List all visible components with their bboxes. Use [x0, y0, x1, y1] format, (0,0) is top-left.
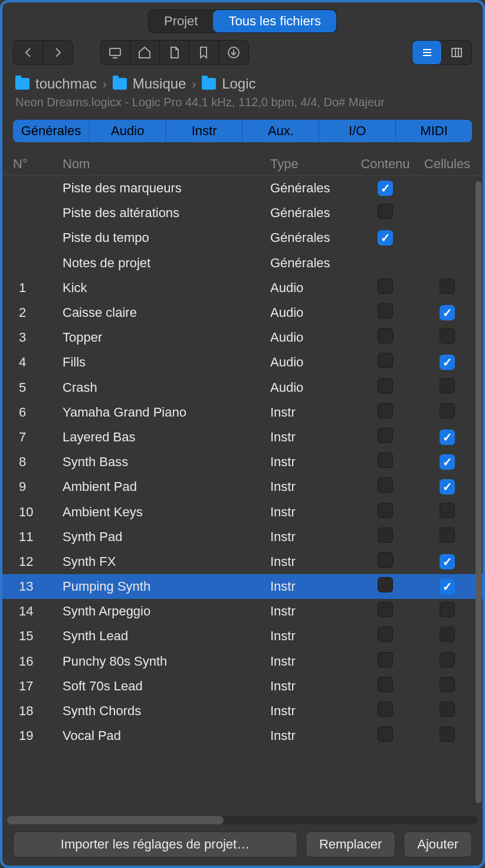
table-row[interactable]: 2Caisse claireAudio	[2, 300, 483, 325]
checkbox[interactable]	[378, 652, 393, 667]
table-row[interactable]: 18Synth ChordsInstr	[2, 699, 483, 723]
table-row[interactable]: 8Synth BassInstr	[2, 450, 483, 474]
table-row[interactable]: 14Synth ArpeggioInstr	[2, 599, 483, 624]
table-row[interactable]: 15Synth LeadInstr	[2, 624, 483, 648]
filter-instr[interactable]: Instr	[166, 120, 243, 142]
col-header-type[interactable]: Type	[270, 156, 353, 172]
checkbox[interactable]	[378, 353, 393, 368]
replace-button[interactable]: Remplacer	[306, 831, 395, 857]
location-home-button[interactable]	[130, 41, 160, 64]
breadcrumb-part[interactable]: Logic	[222, 76, 255, 92]
checkbox[interactable]	[440, 602, 455, 617]
checkbox[interactable]	[378, 602, 393, 617]
checkbox[interactable]	[440, 726, 455, 742]
checkbox[interactable]	[378, 453, 393, 468]
table-row[interactable]: 19Vocal PadInstr	[2, 723, 483, 748]
checkbox[interactable]	[440, 627, 455, 642]
checkbox[interactable]	[440, 355, 455, 370]
table-row[interactable]: 1KickAudio	[2, 276, 483, 300]
checkbox[interactable]	[378, 328, 393, 343]
checkbox[interactable]	[378, 577, 393, 592]
checkbox[interactable]	[378, 677, 393, 692]
filter-io[interactable]: I/O	[319, 120, 396, 142]
checkbox[interactable]	[440, 579, 455, 594]
checkbox[interactable]	[378, 552, 393, 568]
table-row[interactable]: 7Layered BasInstr	[2, 425, 483, 450]
col-header-num[interactable]: N°	[2, 156, 55, 172]
checkbox[interactable]	[378, 230, 393, 245]
view-list-button[interactable]	[412, 41, 442, 64]
checkbox[interactable]	[378, 528, 393, 543]
table-row[interactable]: 11Synth PadInstr	[2, 525, 483, 549]
table-row[interactable]: Piste des altérationsGénérales	[2, 201, 483, 225]
checkbox[interactable]	[440, 328, 455, 343]
table-row[interactable]: Piste des marqueursGénérales	[2, 176, 483, 201]
breadcrumb-part[interactable]: touchmac	[35, 76, 97, 92]
vertical-scrollbar[interactable]	[476, 181, 481, 803]
row-cells	[418, 305, 483, 320]
checkbox[interactable]	[378, 702, 393, 717]
checkbox[interactable]	[378, 503, 393, 518]
breadcrumb-part[interactable]: Musique	[133, 76, 186, 92]
checkbox[interactable]	[440, 702, 455, 717]
checkbox[interactable]	[378, 477, 393, 493]
table-row[interactable]: 10Ambient KeysInstr	[2, 499, 483, 524]
table-row[interactable]: Piste du tempoGénérales	[2, 225, 483, 250]
horizontal-scrollbar[interactable]	[7, 816, 478, 824]
col-header-name[interactable]: Nom	[55, 156, 270, 172]
checkbox[interactable]	[440, 503, 455, 518]
nav-forward-button[interactable]	[43, 41, 73, 64]
checkbox[interactable]	[440, 554, 455, 569]
row-num: 3	[2, 330, 55, 345]
view-columns-button[interactable]	[442, 41, 471, 64]
table-row[interactable]: 5CrashAudio	[2, 375, 483, 400]
checkbox[interactable]	[440, 279, 455, 294]
row-cells	[418, 479, 483, 494]
tab-project[interactable]: Projet	[149, 10, 213, 32]
col-header-content[interactable]: Contenu	[353, 156, 418, 172]
location-bookmarks-button[interactable]	[189, 41, 219, 64]
table-row[interactable]: 6Yamaha Grand PianoInstr	[2, 400, 483, 425]
checkbox[interactable]	[440, 403, 455, 418]
table-row[interactable]: 4FillsAudio	[2, 350, 483, 375]
scrollbar-thumb[interactable]	[7, 816, 224, 824]
checkbox[interactable]	[378, 279, 393, 294]
checkbox[interactable]	[378, 726, 393, 742]
filter-generales[interactable]: Générales	[13, 120, 90, 142]
location-downloads-button[interactable]	[219, 41, 248, 64]
filter-midi[interactable]: MIDI	[396, 120, 472, 142]
checkbox[interactable]	[440, 652, 455, 667]
checkbox[interactable]	[440, 454, 455, 470]
nav-back-button[interactable]	[14, 41, 43, 64]
add-button[interactable]: Ajouter	[404, 831, 472, 857]
checkbox[interactable]	[440, 677, 455, 692]
table-row[interactable]: 9Ambient PadInstr	[2, 474, 483, 499]
checkbox[interactable]	[440, 430, 455, 445]
filter-audio[interactable]: Audio	[90, 120, 166, 142]
import-settings-button[interactable]: Importer les réglages de projet…	[13, 831, 297, 857]
checkbox[interactable]	[378, 303, 393, 319]
checkbox[interactable]	[378, 403, 393, 418]
table-row[interactable]: 17Soft 70s LeadInstr	[2, 674, 483, 699]
checkbox[interactable]	[440, 528, 455, 543]
checkbox[interactable]	[440, 305, 455, 320]
table-row[interactable]: 13Pumping SynthInstr	[2, 574, 483, 599]
table-row[interactable]: Notes de projetGénérales	[2, 251, 483, 276]
checkbox[interactable]	[378, 428, 393, 443]
table-row[interactable]: 12Synth FXInstr	[2, 549, 483, 574]
checkbox[interactable]	[378, 181, 393, 196]
checkbox[interactable]	[378, 204, 393, 219]
checkbox[interactable]	[378, 627, 393, 642]
table-row[interactable]: 16Punchy 80s SynthInstr	[2, 649, 483, 674]
tab-all-files[interactable]: Tous les fichiers	[213, 10, 336, 32]
location-computer-button[interactable]	[101, 41, 130, 64]
checkbox[interactable]	[440, 479, 455, 494]
checkbox[interactable]	[378, 378, 393, 394]
table-row[interactable]: 3TopperAudio	[2, 325, 483, 350]
location-projects-button[interactable]	[160, 41, 189, 64]
col-header-cells[interactable]: Cellules	[418, 156, 483, 172]
filter-aux[interactable]: Aux.	[242, 120, 319, 142]
folder-icon	[113, 78, 127, 90]
checkbox[interactable]	[440, 378, 455, 394]
row-type: Instr	[270, 430, 353, 445]
